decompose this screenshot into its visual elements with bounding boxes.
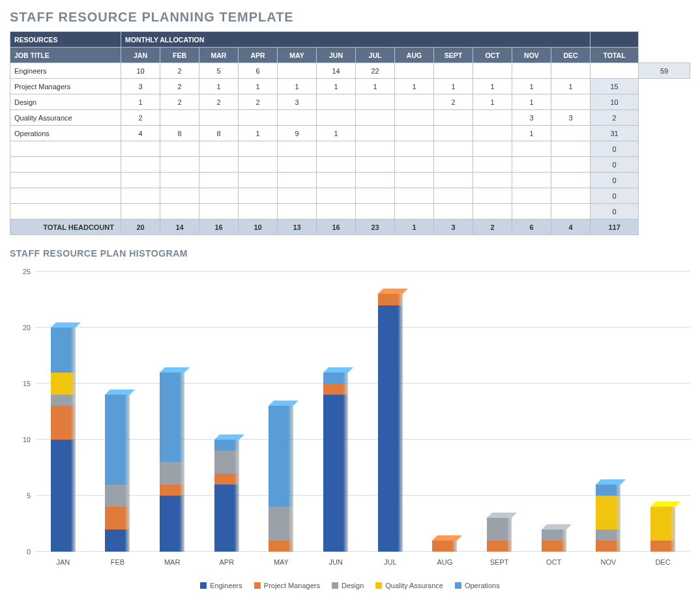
cell-value[interactable] xyxy=(473,188,512,204)
cell-value[interactable]: 1 xyxy=(473,79,512,94)
cell-value[interactable] xyxy=(434,157,473,173)
cell-value[interactable] xyxy=(317,141,356,157)
cell-value[interactable] xyxy=(160,204,199,219)
cell-value[interactable] xyxy=(317,204,356,219)
cell-value[interactable] xyxy=(356,126,395,141)
cell-value[interactable]: 1 xyxy=(278,79,317,94)
cell-value[interactable] xyxy=(121,188,160,204)
cell-value[interactable] xyxy=(434,110,473,126)
cell-value[interactable] xyxy=(356,188,395,204)
cell-value[interactable] xyxy=(317,94,356,110)
cell-value[interactable] xyxy=(160,110,199,126)
cell-value[interactable] xyxy=(591,63,639,79)
cell-value[interactable] xyxy=(317,110,356,126)
cell-value[interactable] xyxy=(551,141,591,157)
cell-value[interactable] xyxy=(199,188,239,204)
cell-value[interactable]: 8 xyxy=(160,126,199,141)
cell-value[interactable]: 3 xyxy=(278,94,317,110)
cell-value[interactable]: 9 xyxy=(278,126,317,141)
cell-value[interactable]: 6 xyxy=(239,63,278,79)
cell-value[interactable] xyxy=(317,173,356,188)
cell-value[interactable] xyxy=(121,173,160,188)
cell-value[interactable] xyxy=(278,63,317,79)
cell-value[interactable] xyxy=(512,63,551,79)
cell-value[interactable] xyxy=(551,173,591,188)
cell-value[interactable] xyxy=(199,204,239,219)
cell-value[interactable]: 1 xyxy=(473,94,512,110)
cell-value[interactable] xyxy=(512,157,551,173)
cell-value[interactable] xyxy=(395,110,434,126)
cell-value[interactable] xyxy=(239,141,278,157)
cell-value[interactable] xyxy=(278,204,317,219)
cell-value[interactable] xyxy=(434,173,473,188)
cell-value[interactable] xyxy=(473,63,512,79)
cell-value[interactable] xyxy=(121,141,160,157)
cell-value[interactable] xyxy=(551,126,591,141)
cell-value[interactable]: 10 xyxy=(121,63,160,79)
cell-value[interactable]: 2 xyxy=(160,79,199,94)
cell-value[interactable] xyxy=(278,173,317,188)
cell-value[interactable]: 1 xyxy=(317,126,356,141)
cell-value[interactable]: 2 xyxy=(199,94,239,110)
cell-value[interactable] xyxy=(395,157,434,173)
cell-value[interactable] xyxy=(395,126,434,141)
cell-value[interactable] xyxy=(434,63,473,79)
cell-value[interactable]: 4 xyxy=(121,126,160,141)
cell-value[interactable]: 1 xyxy=(512,126,551,141)
cell-value[interactable]: 1 xyxy=(512,79,551,94)
cell-value[interactable] xyxy=(278,157,317,173)
cell-value[interactable] xyxy=(160,173,199,188)
cell-value[interactable] xyxy=(278,141,317,157)
cell-value[interactable] xyxy=(239,173,278,188)
cell-value[interactable] xyxy=(278,188,317,204)
cell-value[interactable]: 1 xyxy=(434,79,473,94)
cell-value[interactable] xyxy=(160,188,199,204)
cell-value[interactable] xyxy=(356,141,395,157)
cell-value[interactable]: 22 xyxy=(356,63,395,79)
cell-value[interactable] xyxy=(395,63,434,79)
cell-value[interactable] xyxy=(317,157,356,173)
cell-value[interactable] xyxy=(239,157,278,173)
cell-value[interactable]: 1 xyxy=(551,79,591,94)
cell-value[interactable] xyxy=(473,204,512,219)
cell-value[interactable] xyxy=(356,157,395,173)
cell-value[interactable]: 8 xyxy=(199,126,239,141)
cell-value[interactable] xyxy=(434,141,473,157)
cell-value[interactable] xyxy=(512,188,551,204)
cell-value[interactable]: 3 xyxy=(512,110,551,126)
cell-value[interactable] xyxy=(356,204,395,219)
cell-value[interactable] xyxy=(512,204,551,219)
cell-value[interactable] xyxy=(239,110,278,126)
cell-value[interactable] xyxy=(434,188,473,204)
cell-value[interactable] xyxy=(434,204,473,219)
cell-value[interactable] xyxy=(199,141,239,157)
cell-value[interactable]: 2 xyxy=(160,63,199,79)
cell-value[interactable] xyxy=(395,94,434,110)
cell-value[interactable] xyxy=(317,188,356,204)
cell-value[interactable]: 2 xyxy=(121,110,160,126)
cell-value[interactable] xyxy=(199,110,239,126)
cell-value[interactable] xyxy=(160,157,199,173)
cell-value[interactable]: 1 xyxy=(121,94,160,110)
cell-value[interactable] xyxy=(395,204,434,219)
cell-value[interactable]: 2 xyxy=(434,94,473,110)
cell-value[interactable] xyxy=(551,188,591,204)
cell-value[interactable]: 3 xyxy=(121,79,160,94)
cell-value[interactable] xyxy=(473,110,512,126)
cell-value[interactable] xyxy=(395,173,434,188)
cell-value[interactable] xyxy=(551,157,591,173)
cell-value[interactable]: 1 xyxy=(395,79,434,94)
cell-value[interactable]: 1 xyxy=(356,79,395,94)
cell-value[interactable] xyxy=(199,157,239,173)
cell-value[interactable] xyxy=(356,110,395,126)
cell-value[interactable] xyxy=(121,157,160,173)
cell-value[interactable] xyxy=(473,141,512,157)
cell-value[interactable] xyxy=(551,63,591,79)
cell-value[interactable] xyxy=(395,188,434,204)
cell-value[interactable] xyxy=(473,173,512,188)
cell-value[interactable]: 1 xyxy=(512,94,551,110)
cell-value[interactable] xyxy=(395,141,434,157)
cell-value[interactable] xyxy=(356,173,395,188)
cell-value[interactable] xyxy=(278,110,317,126)
cell-value[interactable] xyxy=(512,141,551,157)
